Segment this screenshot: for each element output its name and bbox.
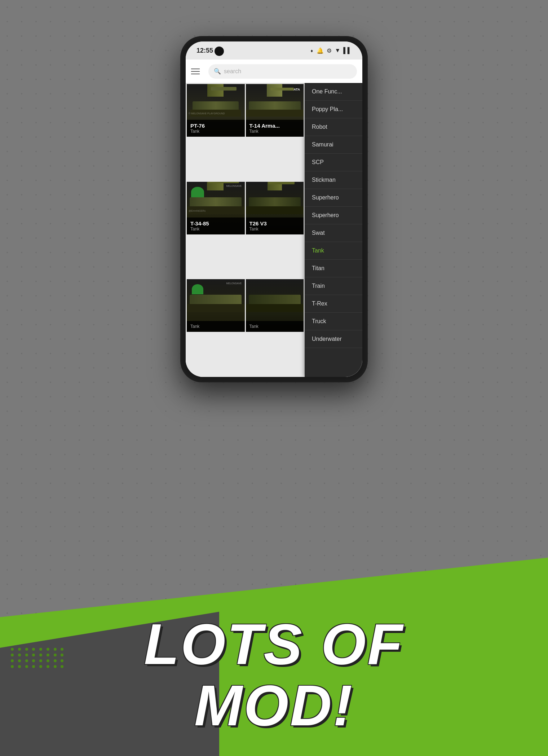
sidebar-item-titan[interactable]: Titan — [305, 260, 362, 277]
mod-card-5[interactable]: MELONSAVE Tank — [187, 279, 245, 332]
sidebar-item-superhero1[interactable]: Superhero — [305, 189, 362, 207]
top-bar: 🔍 search — [186, 60, 362, 83]
promo-section: LOTS OF MOD! — [0, 615, 548, 734]
phone-device: 12:55 ⬧ 🔔 ⚙ ▼ ▌▌ — [180, 36, 368, 382]
phone-screen: 12:55 ⬧ 🔔 ⚙ ▼ ▌▌ — [186, 41, 362, 377]
sidebar-item-onepunch[interactable]: One Func... — [305, 83, 362, 101]
status-time: 12:55 — [196, 47, 213, 54]
mod-card-cat-t14: Tank — [249, 129, 300, 134]
sidebar-item-samurai[interactable]: Samurai — [305, 136, 362, 154]
mod-card-cat-5: Tank — [190, 324, 241, 329]
search-placeholder: search — [224, 68, 241, 75]
settings-icon: ⚙ — [327, 47, 332, 54]
sidebar-item-trex[interactable]: T-Rex — [305, 295, 362, 313]
sidebar-item-tank[interactable]: Tank — [305, 242, 362, 260]
mod-card-name-t14: T-14 Arma... — [249, 123, 300, 129]
mod-card-label-6: Tank — [246, 321, 304, 332]
mod-card-cat-t26v3: Tank — [249, 227, 300, 232]
mod-card-6[interactable]: Tank — [246, 279, 304, 332]
menu-button[interactable] — [191, 65, 204, 78]
promo-line2: MOD! — [0, 677, 548, 734]
signal-icon: ▌▌ — [343, 47, 352, 54]
mod-card-name-pt76: PT-76 — [190, 123, 241, 129]
mod-card-cat-6: Tank — [249, 324, 300, 329]
mod-card-label-5: Tank — [187, 321, 245, 332]
mod-card-cat-t3485: Tank — [190, 227, 241, 232]
mod-card-pt76[interactable]: © MELONSAVE PLAYGROUND PT-76 Tank — [187, 84, 245, 137]
mod-card-label-t26v3: T26 V3 Tank — [246, 217, 304, 234]
app-content: 🔍 search — [186, 60, 362, 377]
sidebar-item-stickman[interactable]: Stickman — [305, 171, 362, 189]
phone-shell: 12:55 ⬧ 🔔 ⚙ ▼ ▌▌ — [180, 36, 368, 382]
sidebar-dropdown: One Func... Poppy Pla... Robot Samurai S… — [305, 83, 362, 377]
front-camera — [215, 47, 224, 56]
status-bar: 12:55 ⬧ 🔔 ⚙ ▼ ▌▌ — [186, 41, 362, 60]
mod-card-t26v3[interactable]: T26 V3 Tank — [246, 182, 304, 234]
sidebar-item-scp[interactable]: SCP — [305, 154, 362, 171]
sidebar-item-poppy[interactable]: Poppy Pla... — [305, 101, 362, 118]
sidebar-item-robot[interactable]: Robot — [305, 118, 362, 136]
notification-icon: 🔔 — [317, 47, 324, 54]
menu-line-3 — [191, 74, 200, 74]
wifi-icon: ▼ — [335, 47, 340, 54]
location-icon: ⬧ — [310, 47, 314, 54]
sidebar-item-swat[interactable]: Swat — [305, 224, 362, 242]
sidebar-item-underwater[interactable]: Underwater — [305, 330, 362, 348]
mod-card-name-t26v3: T26 V3 — [249, 220, 300, 227]
mod-grid: © MELONSAVE PLAYGROUND PT-76 Tank — [186, 83, 305, 377]
mod-card-t14[interactable]: T-14 АPМАТА T-1 — [246, 84, 304, 137]
sidebar-item-superhero2[interactable]: Superhero — [305, 207, 362, 224]
main-area: © MELONSAVE PLAYGROUND PT-76 Tank — [186, 83, 362, 377]
search-bar[interactable]: 🔍 search — [208, 64, 357, 79]
status-icons: ⬧ 🔔 ⚙ ▼ ▌▌ — [310, 47, 352, 54]
mod-card-t3485[interactable]: MELONSAVE @ErnnNiGERs — [187, 182, 245, 234]
mod-card-label-t3485: T-34-85 Tank — [187, 217, 245, 234]
promo-line1: LOTS OF — [0, 615, 548, 673]
menu-line-1 — [191, 69, 200, 69]
mod-card-label-pt76: PT-76 Tank — [187, 120, 245, 137]
search-icon: 🔍 — [214, 68, 221, 75]
sidebar-item-train[interactable]: Train — [305, 277, 362, 295]
menu-line-2 — [191, 71, 200, 72]
mod-card-cat-pt76: Tank — [190, 129, 241, 134]
mod-card-label-t14: T-14 Arma... Tank — [246, 120, 304, 137]
sidebar-item-truck[interactable]: Truck — [305, 313, 362, 330]
mod-card-name-t3485: T-34-85 — [190, 220, 241, 227]
